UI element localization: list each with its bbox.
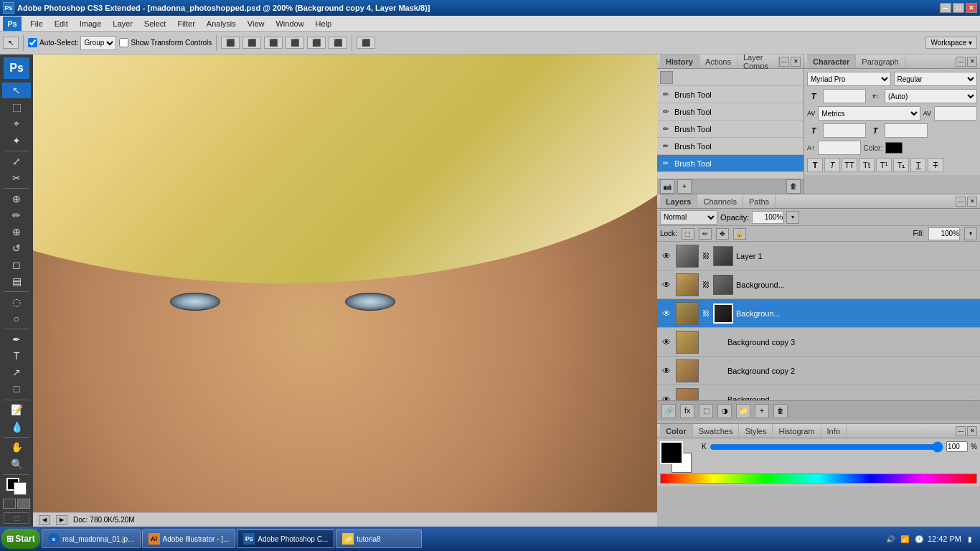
lasso-tool[interactable]: ⌖ [2,116,31,131]
layer-item-5[interactable]: 👁 Background copy 2 [657,357,980,385]
history-close-btn[interactable]: ✕ [791,57,801,67]
dodge-tool[interactable]: ○ [2,311,31,326]
healing-tool[interactable]: ⊕ [2,191,31,207]
eraser-tool[interactable]: ◻ [2,257,31,273]
taskbar-app-ai[interactable]: Ai Adobe Illustrator - [... [142,529,236,548]
layer-eye-5[interactable]: 👁 [660,364,673,377]
move-tool[interactable]: ↖ [2,83,31,98]
screen-mode[interactable]: ⬚ [4,512,29,523]
menu-window[interactable]: Window [270,18,309,29]
notes-tool[interactable]: 📝 [2,402,31,418]
tab-actions[interactable]: Actions [699,55,738,68]
fill-options-btn[interactable]: ▾ [964,227,977,240]
distribute-btn[interactable]: ⬛ [357,37,375,49]
baseline-input[interactable]: 0 pt [818,141,861,155]
layer-item-2[interactable]: 👁 ⛓ Background... [657,270,980,299]
char-minimize-btn[interactable]: — [956,57,966,67]
style-bold[interactable]: T [807,158,823,172]
taskbar-app-ie[interactable]: e real_madonna_01.jp... [42,529,141,548]
tracking-select[interactable]: Metrics [818,106,920,121]
leading-select[interactable]: (Auto) [885,89,977,103]
start-button[interactable]: ⊞ Start [1,529,40,549]
style-strikethrough[interactable]: T [928,158,943,172]
history-item-1[interactable]: ✏ Brush Tool [657,86,804,103]
layer-eye-1[interactable]: 👁 [660,250,673,263]
layer-eye-2[interactable]: 👁 [660,278,673,291]
taskbar-app-folder[interactable]: 📁 tutoria8 [336,529,422,548]
lock-transparent-btn[interactable]: ⬚ [682,228,694,240]
history-item-2[interactable]: ✏ Brush Tool [657,103,804,121]
menu-file[interactable]: File [24,18,49,29]
layer-eye-4[interactable]: 👁 [660,336,673,349]
tab-paths[interactable]: Paths [743,194,776,208]
layer-item-6[interactable]: 👁 Background 🔒 [657,385,980,400]
taskbar-app-ps[interactable]: Ps Adobe Photoshop C... [237,529,334,548]
color-close-btn[interactable]: ✕ [967,426,977,436]
color-spectrum-bar[interactable] [660,474,977,484]
menu-analysis[interactable]: Analysis [201,18,242,29]
text-color-swatch[interactable] [885,142,903,154]
style-super[interactable]: T¹ [876,158,892,172]
gradient-tool[interactable]: ▤ [2,273,31,289]
auto-select-check[interactable]: Auto-Select: GroupLayer [28,36,116,50]
sys-volume-icon[interactable]: 🔊 [885,533,896,545]
shape-tool[interactable]: □ [2,381,31,397]
layer-delete-btn[interactable]: 🗑 [773,404,788,418]
eyedropper-tool[interactable]: 💧 [2,418,31,434]
tab-color[interactable]: Color [660,424,693,438]
tab-paragraph[interactable]: Paragraph [856,55,905,68]
minimize-btn[interactable]: — [940,3,951,13]
menu-image[interactable]: Image [74,18,108,29]
color-minimize-btn[interactable]: — [956,426,966,436]
fill-input[interactable] [928,227,960,240]
lock-image-btn[interactable]: ✏ [699,228,712,240]
crop-tool[interactable]: ⤢ [2,153,31,169]
sys-network-icon[interactable]: 📶 [899,533,910,545]
tab-history[interactable]: History [660,55,699,68]
layer-new-btn[interactable]: + [755,404,769,418]
close-btn[interactable]: ✕ [966,3,977,13]
align-right-btn[interactable]: ⬛ [264,37,283,49]
tab-layers[interactable]: Layers [660,194,697,208]
magic-wand-tool[interactable]: ✦ [2,133,31,149]
opacity-options-btn[interactable]: ▾ [786,211,799,224]
layer-group-btn[interactable]: 📁 [736,404,750,418]
lock-position-btn[interactable]: ✥ [716,228,729,240]
layer-link-btn[interactable]: 🔗 [661,404,676,418]
lock-all-btn[interactable]: 🔒 [733,228,746,240]
style-italic[interactable]: T [824,158,840,172]
menu-view[interactable]: View [242,18,270,29]
font-style-select[interactable]: Regular [894,72,978,86]
layer-item-1[interactable]: 👁 ⛓ Layer 1 [657,242,980,270]
text-tool[interactable]: T [2,348,31,364]
layer-mask-btn[interactable]: ⬚ [699,404,713,418]
align-center-btn[interactable]: ⬛ [242,37,261,49]
stamp-tool[interactable]: ⊕ [2,224,31,240]
kerning-input[interactable]: 0 [934,106,977,121]
transform-check[interactable]: Show Transform Controls [119,38,212,47]
blend-mode-select[interactable]: NormalMultiplyScreen [660,210,717,225]
background-color[interactable] [14,482,27,495]
vscale-input[interactable]: 100% [885,123,928,138]
font-family-select[interactable]: Myriad Pro [807,72,891,86]
standard-mode[interactable] [3,499,16,509]
path-tool[interactable]: ↗ [2,364,31,380]
transform-checkbox[interactable] [119,38,128,47]
history-new-snap-btn[interactable]: 📷 [660,179,674,194]
history-item-5[interactable]: ✏ Brush Tool [657,155,804,172]
char-close-btn[interactable]: ✕ [967,57,977,67]
move-tool-btn[interactable]: ↖ [3,37,19,49]
font-size-input[interactable]: 70.38 pt [823,89,866,103]
menu-layer[interactable]: Layer [107,18,138,29]
quickmask-mode[interactable] [17,499,30,509]
zoom-tool[interactable]: 🔍 [2,456,31,472]
style-underline[interactable]: T [910,158,926,172]
blur-tool[interactable]: ◌ [2,294,31,310]
history-new-state-btn[interactable]: + [677,179,692,194]
pen-tool[interactable]: ✒ [2,331,31,347]
history-item-3[interactable]: ✏ Brush Tool [657,121,804,138]
workspace-btn[interactable]: Workspace ▾ [925,37,977,49]
brush-tool[interactable]: ✏ [2,207,31,223]
selection-tool[interactable]: ⬚ [2,99,31,115]
align-middle-btn[interactable]: ⬛ [307,37,326,49]
